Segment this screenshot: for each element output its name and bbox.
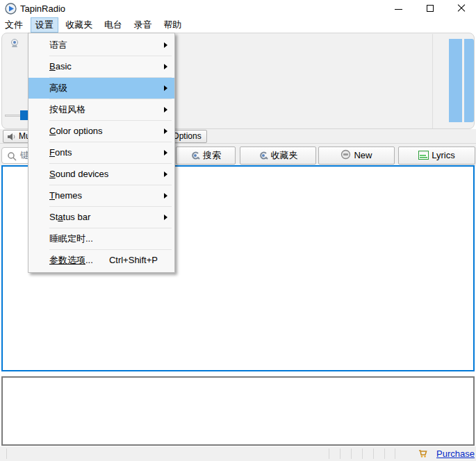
- search-button[interactable]: 搜索: [176, 146, 236, 165]
- speaker-icon: [7, 133, 17, 141]
- menu-settings[interactable]: 设置: [31, 17, 58, 33]
- player-divider: [432, 34, 433, 128]
- statusbar-separator: [362, 449, 363, 459]
- statusbar-separator: [373, 449, 374, 459]
- favorites-button[interactable]: 收藏夹: [240, 146, 316, 165]
- dial-icon: [340, 149, 351, 165]
- close-icon: [457, 4, 466, 12]
- close-button[interactable]: [448, 0, 475, 17]
- search-icon: [7, 151, 17, 161]
- submenu-arrow-icon: [164, 171, 167, 177]
- statusbar-separator: [395, 449, 395, 459]
- menu-favorites[interactable]: 收藏夹: [61, 17, 97, 33]
- tuner-icon: [190, 149, 200, 165]
- statusbar-separator: [340, 449, 340, 459]
- menu-stations[interactable]: 电台: [100, 17, 126, 33]
- radio-icon: [9, 38, 20, 49]
- minimize-button[interactable]: [384, 0, 412, 17]
- vu-meter-left: [449, 39, 462, 122]
- new-button-label: New: [354, 150, 372, 160]
- submenu-arrow-icon: [164, 85, 167, 91]
- tuner-icon: [258, 149, 268, 165]
- search-button-label: 搜索: [203, 150, 221, 160]
- submenu-arrow-icon: [164, 128, 167, 134]
- submenu-arrow-icon: [164, 150, 167, 156]
- menu-item-color-options[interactable]: Color options: [28, 121, 174, 142]
- menu-item-basic[interactable]: Basic: [28, 56, 174, 77]
- window-title: TapinRadio: [20, 0, 65, 17]
- titlebar: TapinRadio: [0, 0, 476, 17]
- statusbar-separator: [384, 449, 385, 459]
- menu-item-themes[interactable]: Themes: [28, 185, 174, 206]
- menu-item-language[interactable]: 语言: [28, 35, 174, 56]
- maximize-button[interactable]: [416, 0, 444, 17]
- vu-meter-right: [464, 39, 474, 122]
- menu-shortcut: Ctrl+Shift+P: [109, 250, 158, 271]
- lyrics-icon: [418, 149, 429, 165]
- statusbar-separator: [6, 449, 7, 459]
- maximize-icon: [427, 5, 434, 12]
- menu-file[interactable]: 文件: [1, 17, 27, 33]
- statusbar: Purchase: [0, 446, 476, 461]
- purchase-link[interactable]: Purchase: [436, 448, 475, 460]
- menubar: 文件 设置 收藏夹 电台 录音 帮助: [0, 17, 476, 33]
- menu-item-fonts[interactable]: Fonts: [28, 142, 174, 163]
- statusbar-separator: [351, 449, 352, 459]
- submenu-arrow-icon: [164, 215, 167, 220]
- submenu-arrow-icon: [164, 107, 167, 112]
- menu-item-sound-devices[interactable]: Sound devices: [28, 164, 174, 185]
- submenu-arrow-icon: [164, 64, 167, 69]
- menu-item-button-style[interactable]: 按钮风格: [28, 99, 174, 120]
- menu-item-status-bar[interactable]: Status bar: [28, 207, 174, 228]
- play-circle-icon: [5, 3, 17, 15]
- bottom-info-panel: [1, 376, 475, 446]
- menu-item-advanced[interactable]: 高级: [28, 78, 174, 99]
- minimize-icon: [395, 9, 402, 10]
- favorites-button-label: 收藏夹: [271, 150, 298, 160]
- menu-recording[interactable]: 录音: [130, 17, 156, 33]
- submenu-arrow-icon: [164, 193, 167, 199]
- settings-dropdown-menu: 语言 Basic 高级 按钮风格 Color options Fonts: [28, 33, 175, 273]
- buy-icon: [418, 449, 427, 458]
- new-button[interactable]: New: [318, 146, 395, 165]
- submenu-arrow-icon: [164, 42, 167, 48]
- menu-item-options[interactable]: 参数选项... Ctrl+Shift+P: [28, 250, 174, 271]
- menu-item-sleep-timer[interactable]: 睡眠定时...: [28, 228, 174, 249]
- menu-help[interactable]: 帮助: [159, 17, 186, 33]
- statusbar-separator: [329, 449, 329, 459]
- lyrics-button-label: Lyrics: [432, 150, 454, 160]
- options-label: Options: [172, 131, 201, 141]
- tapinradio-window: TapinRadio 文件 设置 收藏夹 电台 录音 帮助: [0, 0, 476, 461]
- lyrics-button[interactable]: Lyrics: [398, 146, 475, 165]
